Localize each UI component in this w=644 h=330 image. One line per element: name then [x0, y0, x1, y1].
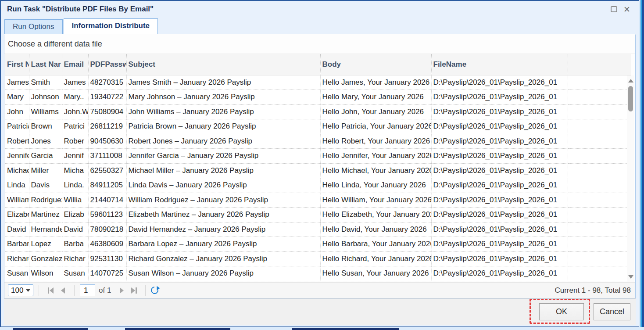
table-row[interactable]: DavidHernandezDavid78090218David Hernand… — [5, 222, 631, 237]
table-row[interactable]: RobertJonesRober90450630Robert Jones – J… — [5, 134, 631, 149]
cell-email: John.W — [62, 104, 88, 119]
maximize-button[interactable] — [607, 4, 620, 15]
column-header[interactable]: Last Nar — [29, 54, 62, 75]
table-row[interactable]: JamesSmithJames48270315James Smith – Jan… — [5, 75, 631, 90]
cell-filler — [568, 90, 631, 105]
cell-body: Hello Richard, Your January 2026 — [320, 251, 431, 266]
table-row[interactable]: SusanWilsonSusan14070725Susan Wilson – J… — [5, 266, 631, 281]
cell-filename: D:\Payslip\2026_01\Payslip_2026_01 — [431, 251, 568, 266]
prev-page-icon — [61, 287, 65, 294]
table-row[interactable]: BarbaraLopezBarba46380609Barbara Lopez –… — [5, 237, 631, 252]
cell-email: James — [62, 75, 88, 90]
cell-filler — [568, 193, 631, 208]
table-row[interactable]: JenniferGarciaJennif37111008Jennifer Gar… — [5, 149, 631, 164]
cell-subject: William Rodriguez – January 2026 Payslip — [126, 193, 320, 208]
cell-subject: James Smith – January 2026 Payslip — [126, 75, 320, 90]
cell-password: 75080904 — [88, 104, 126, 119]
page-count-label: of 1 — [99, 286, 111, 295]
vertical-scrollbar[interactable] — [627, 75, 634, 282]
prev-page-button[interactable] — [57, 285, 69, 296]
cell-email: Barba — [62, 237, 88, 252]
cell-last: Davis — [29, 178, 62, 193]
cell-body: Hello Mary, Your January 2026 — [320, 90, 431, 105]
cell-last: Hernandez — [29, 222, 62, 237]
scroll-down-icon[interactable] — [628, 275, 633, 279]
cell-email: Rober — [62, 134, 88, 149]
pager-bar: 100 of 1 Current 1 - 98, Total 98 — [4, 282, 635, 298]
maximize-icon — [611, 6, 617, 12]
close-button[interactable]: ✕ — [620, 4, 633, 15]
cell-filler — [568, 104, 631, 119]
cell-filename: D:\Payslip\2026_01\Payslip_2026_01 — [431, 222, 568, 237]
table-header-row: First NLast NarEmailPDFPasswSubjectBodyF… — [5, 54, 631, 75]
cell-email: Mary.. — [62, 90, 88, 105]
cell-email: Linda. — [62, 178, 88, 193]
table-row[interactable]: WilliamRodriguezWillia21440714William Ro… — [5, 193, 631, 208]
cell-body: Hello Michael, Your January 2026 — [320, 163, 431, 178]
cell-password: 37111008 — [88, 149, 126, 164]
cell-filler — [568, 208, 631, 222]
dialog-footer: OK Cancel — [4, 298, 636, 325]
data-grid: First NLast NarEmailPDFPasswSubjectBodyF… — [4, 54, 635, 282]
cell-first: Patricia — [5, 119, 29, 134]
ok-button[interactable]: OK — [539, 303, 584, 320]
last-page-button[interactable] — [128, 285, 140, 296]
page-number-input[interactable] — [80, 284, 95, 296]
choose-different-data-file-link[interactable]: Choose a different data file — [8, 39, 102, 49]
cell-subject: Richard Gonzalez – January 2026 Payslip — [126, 251, 320, 266]
cell-filename: D:\Payslip\2026_01\Payslip_2026_01 — [431, 75, 568, 90]
choose-file-row: Choose a different data file — [4, 35, 635, 54]
titlebar: Run Task "Distribute PDF Files By Email"… — [1, 1, 639, 18]
cell-email: Willia — [62, 193, 88, 208]
table-row[interactable]: PatriciaBrownPatrici26811219Patricia Bro… — [5, 119, 631, 134]
next-page-button[interactable] — [115, 285, 128, 296]
cell-filename: D:\Payslip\2026_01\Payslip_2026_01 — [431, 178, 568, 193]
column-header[interactable]: FileName — [431, 54, 568, 75]
cell-body: Hello Jennifer, Your January 2026 — [320, 149, 431, 164]
scroll-up-icon[interactable] — [628, 79, 633, 82]
table-row[interactable]: LindaDavisLinda.84911205Linda Davis – Ja… — [5, 178, 631, 193]
cell-password: 21440714 — [88, 193, 126, 208]
cell-first: John — [5, 104, 29, 119]
page-size-select[interactable]: 100 — [8, 284, 33, 296]
cancel-button[interactable]: Cancel — [594, 303, 630, 320]
cell-password: 14070725 — [88, 266, 126, 281]
cell-filename: D:\Payslip\2026_01\Payslip_2026_01 — [431, 119, 568, 134]
table-row[interactable]: JohnWilliamsJohn.W75080904John Williams … — [5, 104, 631, 119]
cell-filename: D:\Payslip\2026_01\Payslip_2026_01 — [431, 193, 568, 208]
cell-body: Hello John, Your January 2026 — [320, 104, 431, 119]
cell-password: 84911205 — [88, 178, 126, 193]
tab-content-panel: Choose a different data file First NLast… — [4, 34, 636, 298]
cell-password: 62550327 — [88, 163, 126, 178]
cell-subject: Mary Johnson – January 2026 Payslip — [126, 90, 320, 105]
table-row[interactable]: MichaelMillerMicha62550327Michael Miller… — [5, 163, 631, 178]
scrollbar-thumb[interactable] — [628, 86, 633, 111]
table-body: JamesSmithJames48270315James Smith – Jan… — [5, 75, 631, 281]
cell-first: Elizabeth — [5, 208, 29, 222]
column-header-filler — [568, 54, 631, 75]
cell-email: Susan — [62, 266, 88, 281]
cell-password: 26811219 — [88, 119, 126, 134]
column-header[interactable]: PDFPassw — [88, 54, 126, 75]
cell-filler — [568, 266, 631, 281]
cell-email: David — [62, 222, 88, 237]
table-row[interactable]: ElizabethMartinezElizab59601123Elizabeth… — [5, 208, 631, 222]
column-header[interactable]: Body — [320, 54, 431, 75]
table-row[interactable]: MaryJohnsonMary..19340722Mary Johnson – … — [5, 90, 631, 105]
tab-information-distribute[interactable]: Information Distribute — [64, 18, 158, 34]
cell-last: Lopez — [29, 237, 62, 252]
cell-first: William — [5, 193, 29, 208]
column-header[interactable]: Email — [62, 54, 88, 75]
cell-last: Rodriguez — [29, 193, 62, 208]
refresh-icon[interactable] — [150, 285, 160, 296]
table-row[interactable]: RichardGonzalezRichar92531130Richard Gon… — [5, 251, 631, 266]
column-header[interactable]: Subject — [126, 54, 320, 75]
first-page-button[interactable] — [44, 285, 57, 296]
pager-separator — [145, 285, 146, 296]
cell-last: Garcia — [29, 149, 62, 164]
cell-filename: D:\Payslip\2026_01\Payslip_2026_01 — [431, 237, 568, 252]
tab-run-options[interactable]: Run Options — [4, 19, 63, 34]
cell-password: 90450630 — [88, 134, 126, 149]
column-header[interactable]: First N — [5, 54, 29, 75]
first-page-icon — [48, 287, 49, 294]
